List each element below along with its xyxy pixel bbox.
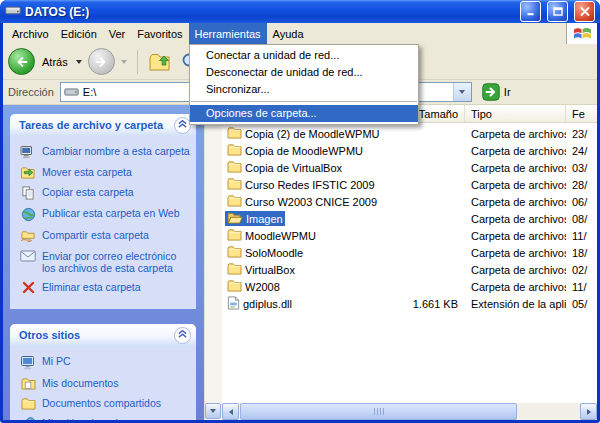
task-item-mover-esta-carpeta[interactable]: Mover esta carpeta	[19, 166, 192, 179]
file-name[interactable]: Copia de VirtualBox	[225, 160, 344, 175]
task-label: Mover esta carpeta	[42, 166, 132, 178]
scroll-left-button[interactable]	[222, 403, 239, 420]
chevron-down-icon	[210, 409, 216, 413]
go-label[interactable]: Ir	[504, 86, 511, 98]
network-icon	[19, 417, 37, 420]
file-date: 28/	[566, 179, 597, 191]
panel-header[interactable]: Tareas de archivo y carpeta	[10, 114, 196, 136]
menu-item-sincronizar[interactable]: Sincronizar...	[190, 81, 418, 98]
scroll-right-button[interactable]	[580, 403, 597, 420]
task-item-mi-pc[interactable]: Mi PC	[19, 355, 192, 370]
sidebar: Tareas de archivo y carpetaCambiar nombr…	[3, 105, 204, 420]
file-row[interactable]: Copia de VirtualBoxCarpeta de archivos03…	[222, 159, 597, 176]
column-header-tipo[interactable]: Tipo	[465, 105, 566, 122]
file-name[interactable]: MoodleWPMU	[225, 228, 318, 243]
file-name-cell: W2008	[222, 279, 381, 294]
scroll-thumb[interactable]	[240, 403, 517, 420]
file-row[interactable]: W2008Carpeta de archivos11/	[222, 278, 597, 295]
task-item-cambiar-nombre-a-esta-carpeta[interactable]: Cambiar nombre a esta carpeta	[19, 145, 192, 159]
panel-collapse-button[interactable]	[174, 327, 191, 344]
web-icon	[19, 207, 37, 222]
up-button[interactable]	[145, 51, 174, 72]
file-name[interactable]: Copia (2) de MoodleWPMU	[225, 126, 381, 141]
file-name[interactable]: W2008	[225, 279, 282, 294]
horizontal-scrollbar[interactable]	[222, 403, 597, 420]
back-label[interactable]: Atrás	[42, 56, 68, 68]
menubar-item-ver[interactable]: Ver	[103, 23, 132, 44]
file-name-label: VirtualBox	[245, 264, 295, 276]
maximize-icon	[553, 7, 563, 16]
folder-docs-icon	[19, 377, 37, 390]
forward-button[interactable]	[88, 48, 115, 75]
file-row[interactable]: Copia de MoodleWPMUCarpeta de archivos24…	[222, 142, 597, 159]
task-label: Copiar esta carpeta	[42, 186, 134, 198]
file-name[interactable]: Curso W2003 CNICE 2009	[225, 194, 379, 209]
file-name[interactable]: gdiplus.dll	[225, 296, 294, 312]
maximize-button[interactable]	[547, 1, 568, 22]
task-item-copiar-esta-carpeta[interactable]: Copiar esta carpeta	[19, 186, 192, 200]
minimize-icon	[526, 7, 536, 16]
file-name[interactable]: Imagen	[225, 211, 285, 226]
column-header-fe[interactable]: Fe	[566, 105, 597, 122]
menubar-item-ayuda[interactable]: Ayuda	[267, 23, 310, 44]
file-list: TamañoTipoFe Copia (2) de MoodleWPMUCarp…	[222, 105, 597, 420]
file-row[interactable]: Copia (2) de MoodleWPMUCarpeta de archiv…	[222, 125, 597, 142]
back-button[interactable]	[8, 48, 35, 75]
panel-header[interactable]: Otros sitios	[10, 324, 196, 346]
file-date: 08/	[566, 213, 597, 225]
task-item-eliminar-esta-carpeta[interactable]: Eliminar esta carpeta	[19, 281, 192, 294]
file-row[interactable]: gdiplus.dll1.661 KBExtensión de la apli.…	[222, 295, 597, 312]
address-label: Dirección	[8, 86, 54, 98]
file-row[interactable]: SoloMoodleCarpeta de archivos18/	[222, 244, 597, 261]
folder-open-icon	[227, 211, 243, 226]
file-row[interactable]: VirtualBoxCarpeta de archivos02/	[222, 261, 597, 278]
minimize-button[interactable]	[520, 1, 541, 22]
menubar-item-herramientas[interactable]: Herramientas	[189, 23, 267, 44]
task-item-mis-documentos[interactable]: Mis documentos	[19, 377, 192, 390]
copy-icon	[19, 186, 37, 200]
file-name[interactable]: VirtualBox	[225, 262, 297, 277]
menu-item-conectar-a-unidad-de-red[interactable]: Conectar a unidad de red...	[190, 47, 418, 64]
file-size: 1.661 KB	[381, 298, 465, 310]
menubar-item-edicion[interactable]: Edición	[55, 23, 103, 44]
task-item-documentos-compartidos[interactable]: Documentos compartidos	[19, 397, 192, 410]
file-date: 03/	[566, 162, 597, 174]
address-dropdown-button[interactable]	[453, 83, 471, 101]
folder-icon	[227, 177, 242, 192]
menubar-item-archivo[interactable]: Archivo	[6, 23, 55, 44]
forward-icon	[94, 55, 108, 69]
menu-separator	[191, 101, 417, 102]
task-item-enviar-por-correo-electronico-[interactable]: Enviar por correo electrónico los archiv…	[19, 250, 192, 274]
go-button[interactable]: Ir	[482, 83, 511, 101]
file-name[interactable]: Curso Redes IFSTIC 2009	[225, 177, 377, 192]
close-button[interactable]	[574, 1, 595, 22]
menubar-item-favoritos[interactable]: Favoritos	[131, 23, 188, 44]
file-name-cell: gdiplus.dll	[222, 296, 381, 312]
file-name[interactable]: SoloMoodle	[225, 245, 305, 260]
forward-dropdown-caret[interactable]	[121, 60, 127, 64]
menu-item-desconectar-de-unidad-de-red[interactable]: Desconectar de unidad de red...	[190, 64, 418, 81]
file-date: 24/	[566, 145, 597, 157]
file-row[interactable]: Curso W2003 CNICE 2009Carpeta de archivo…	[222, 193, 597, 210]
file-row[interactable]: ImagenCarpeta de archivos08/	[222, 210, 597, 227]
toolbar-separator	[137, 50, 138, 74]
task-label: Mis sitios de red	[42, 417, 118, 420]
back-dropdown-caret[interactable]	[76, 60, 82, 64]
file-type: Carpeta de archivos	[465, 213, 566, 225]
menu-item-opciones-de-carpeta[interactable]: Opciones de carpeta...	[190, 105, 418, 122]
file-row[interactable]: MoodleWPMUCarpeta de archivos11/	[222, 227, 597, 244]
folder-icon	[227, 262, 242, 277]
sidebar-scrollbar[interactable]	[204, 105, 222, 420]
scroll-down-button[interactable]	[205, 403, 221, 419]
task-item-publicar-esta-carpeta-en-web[interactable]: Publicar esta carpeta en Web	[19, 207, 192, 222]
file-name-label: MoodleWPMU	[245, 230, 316, 242]
file-name-label: Curso Redes IFSTIC 2009	[245, 179, 375, 191]
task-item-compartir-esta-carpeta[interactable]: Compartir esta carpeta	[19, 229, 192, 243]
drive-icon	[5, 4, 21, 19]
folder-icon	[227, 245, 242, 260]
file-name[interactable]: Copia de MoodleWPMU	[225, 143, 365, 158]
file-name-cell: Copia de VirtualBox	[222, 160, 381, 175]
task-item-mis-sitios-de-red[interactable]: Mis sitios de red	[19, 417, 192, 420]
file-row[interactable]: Curso Redes IFSTIC 2009Carpeta de archiv…	[222, 176, 597, 193]
folder-icon	[227, 126, 242, 141]
